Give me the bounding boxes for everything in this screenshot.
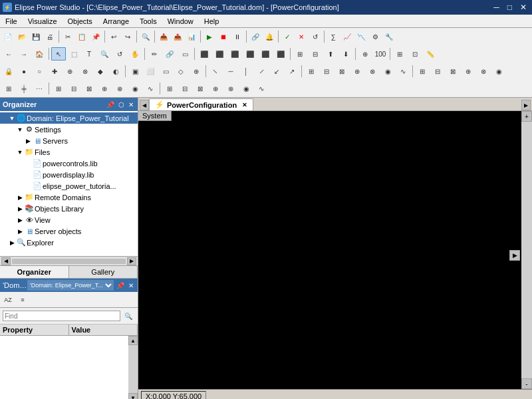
tb3-el3[interactable]: ⊠: [446, 65, 460, 78]
tb4-el6[interactable]: ◉: [239, 82, 253, 95]
tb3-line4[interactable]: ─: [251, 61, 271, 81]
tb-text[interactable]: T: [82, 47, 96, 61]
tb-align-middle[interactable]: ⬛: [258, 47, 273, 61]
tree-item-remote[interactable]: ▶ 📁 Remote Domains: [0, 192, 138, 203]
hscroll-right[interactable]: ▶: [127, 257, 136, 265]
prop-sort-cat[interactable]: ≡: [16, 293, 29, 307]
tb3-diamond[interactable]: ◆: [93, 65, 108, 78]
tb-back[interactable]: ⬇: [338, 47, 353, 61]
canvas-pan-right[interactable]: ▶: [509, 250, 520, 261]
tb-import[interactable]: 📥: [157, 30, 170, 43]
tb-zoom-100[interactable]: 100: [373, 47, 388, 61]
tb3-el2[interactable]: ⊟: [430, 65, 445, 78]
tb-refresh[interactable]: ↺: [309, 30, 322, 43]
tb-undo[interactable]: ↩: [107, 30, 120, 43]
prop-pin-button[interactable]: 📌: [115, 280, 126, 291]
prop-vscroll-up[interactable]: ▲: [128, 336, 138, 345]
tb-select-area[interactable]: ⬚: [66, 47, 81, 61]
menu-tools[interactable]: Tools: [134, 16, 162, 27]
tb-group[interactable]: ⊞: [293, 47, 307, 61]
tree-item-explorer[interactable]: ▶ 🔍 Explorer: [0, 237, 138, 248]
tb-zoom-in[interactable]: 🔍: [97, 47, 112, 61]
tb-chart1[interactable]: 📈: [340, 30, 354, 43]
tb-front[interactable]: ⬆: [323, 47, 338, 61]
tree-item-objlib[interactable]: ▶ 📚 Objects Library: [0, 203, 138, 214]
menu-objects[interactable]: Objects: [63, 16, 98, 27]
tb-ungroup[interactable]: ⊟: [308, 47, 323, 61]
tb3-line1[interactable]: ─: [205, 61, 225, 81]
organizer-pin-button[interactable]: 📌: [105, 101, 116, 108]
tb4-el4[interactable]: ⊕: [208, 82, 223, 95]
tree-item-lib3[interactable]: ▶ 📄 elipse_power_tutoria...: [0, 180, 138, 192]
tb-sum[interactable]: ∑: [327, 30, 340, 43]
tree-hscroll[interactable]: ◀ ▶: [0, 256, 138, 265]
organizer-close-button[interactable]: ✕: [127, 101, 135, 108]
tb3-dot[interactable]: ●: [17, 65, 31, 78]
prop-vscroll-track[interactable]: [128, 345, 138, 393]
tb4-el2[interactable]: ⊟: [178, 82, 192, 95]
tree-arrow-view[interactable]: ▶: [16, 217, 24, 223]
tb4-sym1[interactable]: ⊞: [1, 82, 16, 95]
tb3-el1[interactable]: ⊞: [415, 65, 430, 78]
tb3-circle[interactable]: ○: [32, 65, 47, 78]
tb4-tr5[interactable]: ⊗: [112, 82, 127, 95]
tb4-el5[interactable]: ⊗: [223, 82, 238, 95]
tb3-el5[interactable]: ⊗: [476, 65, 491, 78]
tb-pan[interactable]: ✋: [128, 47, 142, 61]
tab-nav-left[interactable]: ◀: [140, 100, 149, 110]
hscroll-left[interactable]: ◀: [1, 257, 11, 265]
tb-alarm[interactable]: 🔔: [263, 30, 276, 43]
tb-chart2[interactable]: 📉: [354, 30, 368, 43]
tb4-tr6[interactable]: ◉: [128, 82, 142, 95]
tb-connect[interactable]: 🔗: [249, 30, 262, 43]
tb4-el3[interactable]: ⊠: [193, 82, 207, 95]
minimize-button[interactable]: ─: [491, 3, 502, 11]
tree-item-settings[interactable]: ▼ ⚙ Settings: [0, 124, 138, 135]
canvas-vscroll-track[interactable]: [521, 111, 532, 389]
tree-arrow-files[interactable]: ▼: [16, 149, 24, 156]
tree-arrow-domain[interactable]: ▼: [8, 115, 16, 122]
tb4-sym3[interactable]: ⋯: [32, 82, 47, 95]
tb3-arrow2[interactable]: ↗: [285, 65, 299, 78]
tb-run[interactable]: ▶: [203, 30, 216, 43]
tb4-tr3[interactable]: ⊠: [82, 82, 96, 95]
tb-paste[interactable]: 📌: [89, 30, 102, 43]
tb3-arrow1[interactable]: ↙: [269, 65, 284, 78]
tb-nav-right[interactable]: →: [17, 47, 31, 61]
tree-item-lib2[interactable]: ▶ 📄 powerdisplay.lib: [0, 169, 138, 180]
tb-snap[interactable]: ⊡: [408, 47, 422, 61]
org-tab-gallery[interactable]: Gallery: [69, 266, 138, 278]
tree-arrow-explorer[interactable]: ▶: [8, 239, 16, 246]
tb3-el6[interactable]: ◉: [491, 65, 506, 78]
tb-home[interactable]: 🏠: [32, 47, 47, 61]
tb3-comp7[interactable]: ∿: [396, 65, 410, 78]
menu-file[interactable]: File: [0, 16, 23, 27]
tb-cancel[interactable]: ✕: [295, 30, 308, 43]
tb-ruler[interactable]: 📏: [423, 47, 438, 61]
tb-align-center[interactable]: ⬛: [212, 47, 227, 61]
tb3-comp6[interactable]: ◉: [380, 65, 395, 78]
tb3-half[interactable]: ◐: [108, 65, 123, 78]
tree-item-files[interactable]: ▼ 📁 Files: [0, 146, 138, 158]
tree-arrow-remote[interactable]: ▶: [16, 194, 24, 201]
tb4-el7[interactable]: ∿: [254, 82, 269, 95]
prop-close-button[interactable]: ✕: [127, 280, 135, 291]
tb-align-right[interactable]: ⬛: [227, 47, 242, 61]
tb-copy[interactable]: 📋: [75, 30, 88, 43]
tb-check[interactable]: ✓: [281, 30, 294, 43]
tb-stop[interactable]: ⏹: [217, 30, 230, 43]
tb-align-top[interactable]: ⬛: [243, 47, 257, 61]
tb-rotate[interactable]: ↺: [112, 47, 127, 61]
tb-find[interactable]: 🔍: [139, 30, 152, 43]
tb-print[interactable]: 🖨: [43, 30, 57, 43]
tb3-comp2[interactable]: ⊟: [319, 65, 334, 78]
tb3-box1[interactable]: ▣: [128, 65, 142, 78]
hscroll-track[interactable]: [12, 259, 126, 264]
tb-nav-left[interactable]: ←: [1, 47, 16, 61]
tb3-lock[interactable]: 🔒: [1, 65, 16, 78]
tb4-sym2[interactable]: ╪: [17, 82, 31, 95]
tb-pause[interactable]: ⏸: [231, 30, 244, 43]
tree-arrow-objlib[interactable]: ▶: [16, 205, 24, 212]
tb4-tr7[interactable]: ∿: [143, 82, 158, 95]
tb4-tr4[interactable]: ⊕: [97, 82, 112, 95]
